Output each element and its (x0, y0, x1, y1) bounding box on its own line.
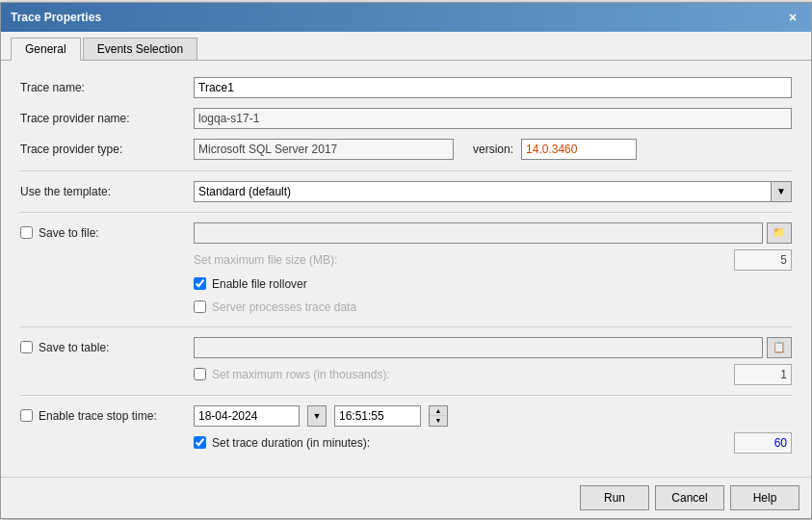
save-to-file-row: Save to file: 📁 (20, 222, 792, 244)
stop-time-checkbox[interactable] (20, 409, 33, 422)
general-tab-content: Trace name: Trace provider name: Trace p… (1, 61, 811, 467)
save-to-table-label[interactable]: Save to table: (20, 341, 194, 354)
folder-icon: 📁 (773, 226, 786, 239)
save-to-file-input (194, 222, 763, 244)
stop-date-input[interactable] (194, 405, 300, 427)
max-file-size-row: Set maximum file size (MB): (194, 249, 792, 271)
trace-name-label: Trace name: (20, 81, 194, 94)
save-to-table-input-row: 📋 (194, 337, 792, 358)
file-sub-options: Set maximum file size (MB): Enable file … (194, 249, 792, 317)
stop-time-sub-options: Set trace duration (in minutes): (194, 432, 792, 454)
trace-duration-row: Set trace duration (in minutes): (194, 432, 792, 454)
save-to-table-checkbox[interactable] (20, 341, 33, 353)
save-to-table-row: Save to table: 📋 (20, 337, 792, 358)
max-rows-label[interactable]: Set maximum rows (in thousands): (194, 368, 390, 381)
time-up-button[interactable]: ▲ (430, 406, 447, 417)
provider-type-label: Trace provider type: (20, 143, 194, 156)
provider-name-row: Trace provider name: (20, 107, 792, 130)
provider-name-label: Trace provider name: (20, 112, 194, 125)
enable-rollover-row: Enable file rollover (194, 274, 792, 294)
server-processes-label[interactable]: Server processes trace data (194, 300, 356, 314)
trace-duration-label[interactable]: Set trace duration (in minutes): (194, 436, 370, 450)
save-to-table-input (194, 337, 763, 358)
template-label: Use the template: (20, 185, 194, 198)
tab-events-selection[interactable]: Events Selection (83, 38, 197, 60)
trace-name-row: Trace name: (20, 76, 792, 99)
provider-type-input (194, 139, 454, 160)
stop-time-row: Enable trace stop time: ▼ ▲ ▼ (20, 405, 792, 427)
separator-3 (20, 326, 792, 327)
time-down-button[interactable]: ▼ (430, 416, 447, 426)
provider-type-row: Trace provider type: version: (20, 138, 792, 161)
max-rows-checkbox[interactable] (194, 368, 206, 380)
dialog-footer: Run Cancel Help (1, 477, 811, 518)
trace-duration-input[interactable] (734, 432, 792, 454)
table-icon: 📋 (773, 341, 786, 353)
dialog-title: Trace Properties (11, 11, 101, 24)
version-input (521, 139, 637, 160)
save-to-file-checkbox[interactable] (20, 226, 33, 239)
provider-name-input (194, 108, 792, 129)
max-rows-input (734, 364, 792, 385)
trace-name-input[interactable] (194, 77, 792, 98)
time-spin-control[interactable]: ▲ ▼ (429, 405, 448, 427)
tab-general[interactable]: General (11, 38, 81, 61)
save-to-file-label[interactable]: Save to file: (20, 226, 194, 240)
separator-2 (20, 212, 792, 213)
template-row: Use the template: Standard (default) Bla… (20, 181, 792, 202)
help-button[interactable]: Help (730, 485, 799, 510)
enable-rollover-checkbox[interactable] (194, 277, 206, 290)
max-file-size-input (734, 249, 792, 271)
tabs-container: General Events Selection (1, 32, 811, 61)
browse-table-button[interactable]: 📋 (767, 337, 792, 358)
trace-properties-dialog: Trace Properties × General Events Select… (0, 2, 812, 519)
table-sub-options: Set maximum rows (in thousands): (194, 364, 792, 385)
stop-time-label[interactable]: Enable trace stop time: (20, 409, 194, 423)
separator-1 (20, 170, 792, 171)
separator-4 (20, 395, 792, 396)
template-select-wrapper: Standard (default) Blank SP_Counts TSQL … (194, 181, 792, 202)
enable-rollover-label[interactable]: Enable file rollover (194, 277, 307, 291)
template-select[interactable]: Standard (default) Blank SP_Counts TSQL … (194, 181, 792, 202)
trace-duration-checkbox[interactable] (194, 436, 206, 449)
max-rows-row: Set maximum rows (in thousands): (194, 364, 792, 385)
run-button[interactable]: Run (580, 485, 649, 510)
title-bar: Trace Properties × (1, 3, 811, 32)
cancel-button[interactable]: Cancel (655, 485, 724, 510)
date-dropdown-button[interactable]: ▼ (307, 405, 327, 427)
max-file-size-label: Set maximum file size (MB): (194, 253, 337, 267)
version-label: version: (473, 143, 513, 156)
save-to-file-input-row: 📁 (194, 222, 792, 244)
stop-time-input[interactable] (334, 405, 421, 427)
datetime-row: ▼ ▲ ▼ (194, 405, 792, 427)
browse-file-button[interactable]: 📁 (767, 222, 792, 244)
server-processes-checkbox[interactable] (194, 300, 206, 313)
close-button[interactable]: × (784, 9, 801, 26)
server-processes-row: Server processes trace data (194, 298, 792, 317)
